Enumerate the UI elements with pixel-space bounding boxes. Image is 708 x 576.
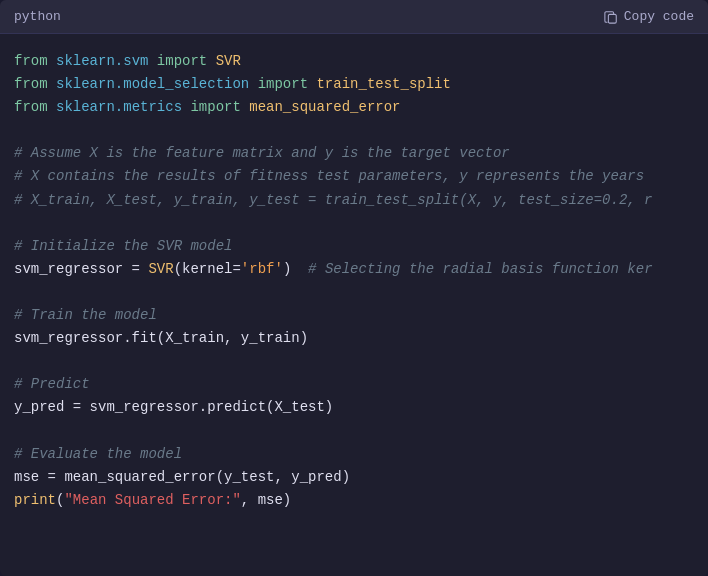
token: from xyxy=(14,53,56,69)
token: , mse) xyxy=(241,492,291,508)
token: train_test_split xyxy=(316,76,450,92)
comment-line: # X_train, X_test, y_train, y_test = tra… xyxy=(14,189,694,212)
code-line: from sklearn.model_selection import trai… xyxy=(14,73,694,96)
code-line: y_pred = svm_regressor.predict(X_test) xyxy=(14,396,694,419)
code-line: svm_regressor.fit(X_train, y_train) xyxy=(14,327,694,350)
copy-icon xyxy=(604,10,618,24)
comment-line: # Initialize the SVR model xyxy=(14,235,694,258)
token: mse = mean_squared_error(y_test, y_pred) xyxy=(14,469,350,485)
code-line: from sklearn.metrics import mean_squared… xyxy=(14,96,694,119)
token: import xyxy=(249,76,316,92)
token: sklearn.model_selection xyxy=(56,76,249,92)
token: mean_squared_error xyxy=(249,99,400,115)
blank-line xyxy=(14,350,694,373)
blank-line xyxy=(14,281,694,304)
token: 'rbf' xyxy=(241,261,283,277)
token: SVR xyxy=(148,261,173,277)
token: sklearn.svm xyxy=(56,53,148,69)
token: from xyxy=(14,99,56,115)
token: svm_regressor = xyxy=(14,261,148,277)
token: "Mean Squared Error:" xyxy=(64,492,240,508)
token: from xyxy=(14,76,56,92)
comment-line: # Train the model xyxy=(14,304,694,327)
token: svm_regressor.fit(X_train, y_train) xyxy=(14,330,308,346)
token: y_pred = svm_regressor.predict(X_test) xyxy=(14,399,333,415)
token: sklearn.metrics xyxy=(56,99,182,115)
copy-button[interactable]: Copy code xyxy=(604,9,694,24)
svg-rect-0 xyxy=(608,14,616,23)
code-line: svm_regressor = SVR(kernel='rbf') # Sele… xyxy=(14,258,694,281)
token: print xyxy=(14,492,56,508)
token: # Selecting the radial basis function ke… xyxy=(308,261,652,277)
copy-label: Copy code xyxy=(624,9,694,24)
token: import xyxy=(148,53,215,69)
token: import xyxy=(182,99,249,115)
comment-line: # Evaluate the model xyxy=(14,443,694,466)
code-line: mse = mean_squared_error(y_test, y_pred) xyxy=(14,466,694,489)
comment-line: # Assume X is the feature matrix and y i… xyxy=(14,142,694,165)
blank-line xyxy=(14,119,694,142)
code-body: from sklearn.svm import SVRfrom sklearn.… xyxy=(0,34,708,576)
blank-line xyxy=(14,420,694,443)
comment-line: # X contains the results of fitness test… xyxy=(14,165,694,188)
code-line: from sklearn.svm import SVR xyxy=(14,50,694,73)
code-block: python Copy code from sklearn.svm import… xyxy=(0,0,708,576)
token: (kernel= xyxy=(174,261,241,277)
language-label: python xyxy=(14,9,61,24)
blank-line xyxy=(14,212,694,235)
code-line: print("Mean Squared Error:", mse) xyxy=(14,489,694,512)
code-header: python Copy code xyxy=(0,0,708,34)
comment-line: # Predict xyxy=(14,373,694,396)
token: ) xyxy=(283,261,308,277)
token: SVR xyxy=(216,53,241,69)
